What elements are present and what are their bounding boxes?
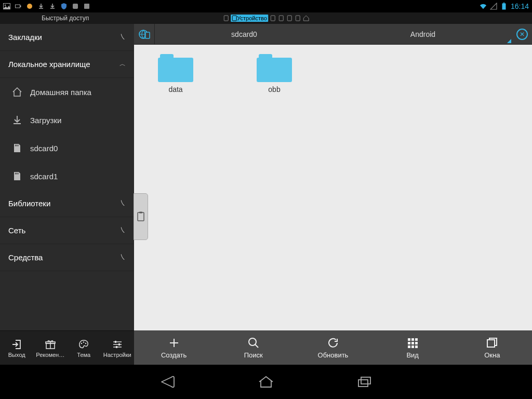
back-button[interactable]	[157, 371, 178, 392]
svg-rect-28	[116, 346, 117, 348]
clock: 16:14	[511, 2, 529, 10]
svg-rect-20	[18, 173, 18, 175]
chevron-down-icon: ㇏	[119, 199, 126, 208]
wifi-icon	[480, 3, 487, 10]
refresh-button[interactable]: Обновить	[302, 336, 364, 359]
storage-button[interactable]	[134, 24, 155, 45]
close-tab-button[interactable]: ✕	[512, 24, 532, 44]
svg-rect-45	[361, 377, 370, 384]
sdcard-icon	[11, 170, 23, 182]
sdcard-icon	[11, 142, 23, 154]
recommend-button[interactable]: Рекомен…	[35, 338, 66, 358]
quick-access-label: Быстрый доступ	[0, 15, 89, 22]
svg-rect-7	[503, 3, 504, 4]
section-label: Средства	[8, 253, 43, 262]
sidebar-section-libraries[interactable]: Библиотеки ㇏	[0, 190, 134, 217]
sidebar-section-bookmarks[interactable]: Закладки ㇏	[0, 24, 134, 51]
svg-rect-32	[139, 212, 142, 214]
button-label: Выход	[8, 352, 25, 358]
picture-icon	[3, 3, 10, 10]
recent-button[interactable]	[354, 371, 375, 392]
svg-point-23	[81, 342, 82, 343]
svg-point-25	[85, 342, 86, 343]
button-label: Обновить	[318, 351, 349, 359]
theme-button[interactable]: Тема	[68, 338, 99, 358]
notification-icon	[72, 3, 79, 10]
android-nav-bar	[0, 365, 532, 399]
sliders-icon	[111, 338, 124, 351]
svg-rect-44	[358, 380, 368, 387]
button-label: Рекомен…	[36, 352, 64, 358]
svg-point-24	[83, 341, 84, 342]
svg-rect-38	[411, 342, 414, 344]
svg-rect-39	[415, 342, 418, 344]
button-label: Окна	[484, 351, 500, 359]
device-tab[interactable]	[277, 15, 285, 22]
device-tab-active[interactable]: Устройство	[231, 15, 268, 22]
windows-button[interactable]: Окна	[461, 336, 523, 359]
clipboard-drawer[interactable]	[134, 193, 148, 240]
folder-label: data	[168, 85, 182, 94]
folder-data[interactable]: data	[150, 54, 202, 94]
button-label: Поиск	[244, 351, 263, 359]
folder-obb[interactable]: obb	[248, 54, 300, 94]
status-bar: 16:14	[0, 0, 532, 12]
sidebar-section-tools[interactable]: Средства ㇏	[0, 244, 134, 271]
device-tab[interactable]	[222, 15, 230, 22]
sidebar-section-network[interactable]: Сеть ㇏	[0, 217, 134, 244]
search-button[interactable]: Поиск	[222, 336, 285, 359]
svg-rect-36	[415, 338, 418, 341]
signal-icon	[490, 3, 497, 10]
grid-icon	[406, 336, 419, 350]
svg-rect-26	[115, 341, 116, 343]
windows-icon	[485, 336, 499, 350]
sidebar-item-sdcard0[interactable]: sdcard0	[0, 134, 134, 162]
sidebar-section-local-storage[interactable]: Локальное хранилище ︿	[0, 51, 134, 78]
device-tab[interactable]	[294, 15, 301, 22]
palette-icon	[77, 338, 90, 351]
device-tab[interactable]	[286, 15, 293, 22]
device-tab[interactable]	[269, 15, 276, 22]
sidebar-item-home[interactable]: Домашняя папка	[0, 78, 134, 106]
orange-dot-icon	[26, 3, 33, 10]
status-left	[3, 3, 90, 10]
svg-rect-5	[73, 4, 78, 9]
settings-button[interactable]: Настройки	[102, 338, 133, 358]
battery-small-icon	[15, 3, 22, 10]
home-button[interactable]	[256, 371, 276, 392]
file-grid[interactable]: data obb	[134, 45, 532, 330]
path-bar: sdcard0 Android ✕	[134, 24, 532, 45]
svg-rect-8	[502, 4, 506, 10]
sidebar-item-label: Домашняя папка	[30, 88, 91, 97]
svg-rect-40	[408, 345, 410, 348]
view-button[interactable]: Вид	[381, 336, 444, 359]
button-label: Создать	[161, 351, 187, 359]
exit-icon	[10, 338, 23, 351]
section-label: Сеть	[8, 226, 25, 235]
exit-button[interactable]: Выход	[1, 338, 32, 358]
button-label: Вид	[406, 351, 419, 359]
svg-rect-16	[17, 145, 17, 147]
shield-icon	[60, 3, 68, 10]
path-label: sdcard0	[231, 30, 257, 38]
clipboard-icon	[137, 211, 145, 222]
home-tab[interactable]	[302, 15, 310, 22]
chevron-down-icon: ㇏	[119, 33, 126, 42]
device-tabs: Устройство	[222, 15, 310, 22]
create-button[interactable]: Создать	[143, 336, 205, 359]
chevron-down-icon: ㇏	[119, 253, 126, 262]
svg-rect-13	[287, 16, 291, 21]
svg-rect-17	[18, 145, 18, 147]
sidebar-item-label: Загрузки	[30, 116, 61, 125]
sidebar-item-downloads[interactable]: Загрузки	[0, 106, 134, 134]
plus-icon	[167, 336, 181, 350]
svg-rect-37	[408, 342, 410, 344]
svg-rect-9	[224, 16, 228, 21]
download-icon	[11, 114, 23, 126]
path-segment-android[interactable]: Android	[334, 24, 512, 44]
section-label: Библиотеки	[8, 199, 50, 208]
svg-rect-2	[16, 5, 20, 8]
sidebar-item-sdcard1[interactable]: sdcard1	[0, 162, 134, 190]
download-icon	[49, 3, 56, 10]
path-segment-sdcard0[interactable]: sdcard0	[155, 24, 334, 44]
